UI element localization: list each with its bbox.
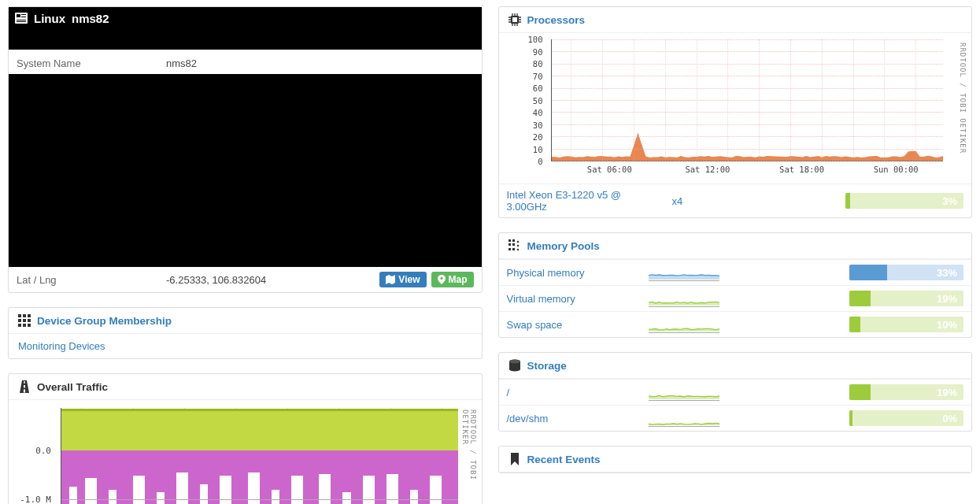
- usage-row: /19%: [499, 379, 972, 405]
- usage-bar: 19%: [849, 291, 963, 306]
- svg-rect-10: [23, 319, 26, 322]
- sparkline: [649, 317, 719, 333]
- processors-panel: Processors 0102030405060708090100 Sat 06…: [498, 6, 973, 218]
- svg-rect-17: [24, 390, 25, 393]
- groups-title: Device Group Membership: [37, 315, 172, 327]
- svg-rect-9: [18, 319, 21, 322]
- usage-link[interactable]: Swap space: [507, 319, 563, 331]
- traffic-out-area: [61, 450, 458, 504]
- svg-rect-8: [28, 314, 31, 317]
- sparkline: [649, 384, 719, 401]
- sparkline: [649, 291, 719, 307]
- usage-bar: 19%: [849, 384, 963, 400]
- device-hostname: nms82: [72, 12, 109, 25]
- svg-rect-22: [508, 243, 511, 246]
- map-flat-icon: [386, 275, 395, 284]
- svg-point-26: [516, 249, 518, 250]
- svg-rect-28: [512, 248, 515, 250]
- usage-bar: 10%: [849, 317, 963, 332]
- system-name-value: nms82: [166, 57, 474, 69]
- svg-rect-19: [512, 17, 517, 22]
- memory-panel: Memory Pools Physical memory33%Virtual m…: [498, 232, 973, 338]
- processor-usage-bar: 3%: [845, 193, 963, 209]
- usage-pct: 10%: [937, 317, 957, 332]
- svg-rect-5: [17, 21, 26, 22]
- processor-link[interactable]: Intel Xeon E3-1220 v5 @ 3.00GHz: [507, 189, 621, 213]
- svg-rect-12: [18, 324, 21, 327]
- usage-link[interactable]: Physical memory: [507, 267, 585, 279]
- processor-usage-pct: 3%: [942, 193, 957, 209]
- latlng-label: Lat / Lng: [17, 274, 166, 286]
- device-os-label: Linux: [34, 12, 65, 25]
- usage-link[interactable]: Virtual memory: [507, 293, 575, 305]
- traffic-panel: Overall Traffic 0.0-1.0 M: [8, 373, 483, 504]
- events-panel: Recent Events: [498, 446, 973, 473]
- usage-pct: 19%: [937, 384, 957, 400]
- bookmark-icon: [508, 453, 521, 465]
- processor-row: Intel Xeon E3-1220 v5 @ 3.00GHz x4 3%: [499, 183, 972, 217]
- svg-rect-1: [17, 14, 20, 17]
- groups-panel: Device Group Membership Monitoring Devic…: [8, 307, 483, 359]
- usage-row: Swap space10%: [499, 311, 972, 337]
- memory-title: Memory Pools: [527, 240, 600, 252]
- usage-pct: 33%: [937, 265, 957, 280]
- svg-rect-23: [512, 243, 515, 246]
- svg-rect-14: [28, 324, 31, 327]
- storage-icon: [508, 359, 521, 372]
- processors-plot: [551, 39, 944, 161]
- storage-panel: Storage /19%/dev/shm0%: [498, 352, 973, 432]
- rrdtool-stamp: RRDTOOL / TOBI OETIKER: [461, 410, 477, 504]
- memory-icon: [508, 239, 521, 252]
- usage-row: Physical memory33%: [499, 259, 972, 285]
- svg-rect-21: [512, 239, 515, 242]
- usage-pct: 19%: [937, 291, 957, 306]
- road-icon: [18, 380, 31, 393]
- map-button-label: Map: [449, 274, 468, 285]
- svg-rect-4: [17, 20, 26, 20]
- map-button[interactable]: Map: [431, 272, 474, 287]
- traffic-plot: [61, 408, 458, 504]
- svg-rect-13: [23, 324, 26, 327]
- latlng-value: -6.25333, 106.832604: [166, 274, 379, 286]
- grid-icon: [18, 314, 31, 327]
- events-title: Recent Events: [527, 454, 601, 465]
- usage-row: /dev/shm0%: [499, 405, 972, 431]
- usage-link[interactable]: /: [507, 387, 510, 398]
- device-panel: Linux nms82 System Name nms82 Lat / Lng …: [8, 6, 483, 293]
- processor-multiplier: x4: [672, 195, 712, 207]
- usage-link[interactable]: /dev/shm: [507, 413, 549, 424]
- view-button-label: View: [398, 274, 420, 285]
- storage-title: Storage: [527, 360, 567, 372]
- cpu-icon: [508, 13, 521, 26]
- traffic-title: Overall Traffic: [37, 381, 108, 393]
- system-name-label: System Name: [17, 57, 166, 69]
- processors-chart: 0102030405060708090100 Sat 06:00Sat 12:0…: [499, 33, 972, 183]
- svg-rect-2: [21, 14, 26, 15]
- svg-rect-27: [508, 248, 511, 250]
- usage-bar: 33%: [849, 265, 963, 280]
- svg-point-25: [516, 245, 518, 246]
- traffic-chart: 0.0-1.0 M: [9, 400, 482, 504]
- svg-rect-15: [24, 381, 24, 384]
- map-pin-icon: [438, 275, 446, 284]
- svg-rect-6: [18, 314, 21, 317]
- svg-rect-11: [28, 319, 31, 322]
- device-title-bar: Linux nms82: [9, 7, 482, 50]
- usage-bar: 0%: [849, 410, 963, 426]
- processors-title: Processors: [527, 14, 586, 26]
- group-link[interactable]: Monitoring Devices: [18, 340, 105, 352]
- svg-point-30: [509, 360, 520, 364]
- usage-pct: 0%: [942, 410, 957, 426]
- svg-rect-20: [508, 239, 511, 242]
- host-card-icon: [15, 12, 28, 24]
- svg-rect-16: [24, 385, 25, 388]
- rrdtool-stamp: RRDTOOL / TOBI OETIKER: [959, 43, 967, 154]
- sparkline: [649, 410, 719, 427]
- traffic-in-area: [61, 411, 458, 450]
- usage-row: Virtual memory19%: [499, 285, 972, 311]
- svg-point-24: [516, 241, 518, 243]
- view-button[interactable]: View: [379, 272, 426, 287]
- sparkline: [649, 265, 719, 281]
- device-details-redacted: [9, 74, 482, 267]
- svg-rect-7: [23, 314, 26, 317]
